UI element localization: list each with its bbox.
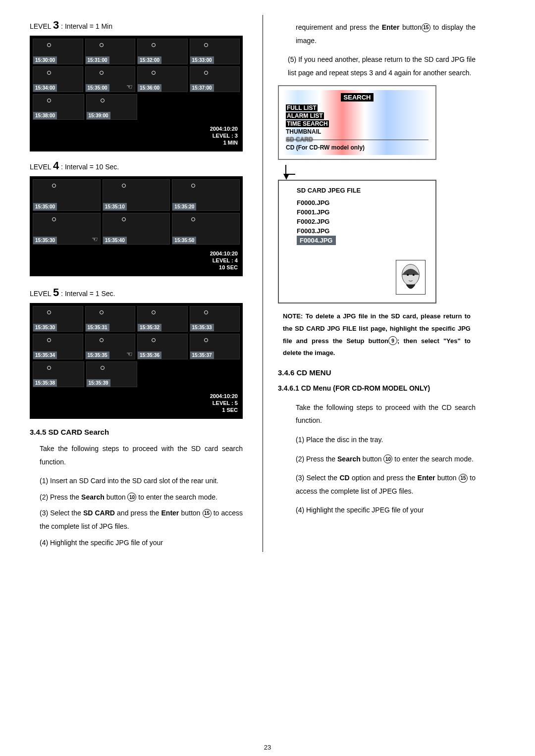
button-num-icon: 9 xyxy=(388,336,397,345)
step-text: to enter the search mode. xyxy=(136,493,217,501)
step-text: and press the xyxy=(115,509,161,517)
timestamp: 15:35:37 xyxy=(190,352,214,359)
step-text: option and press the xyxy=(350,474,418,482)
thumb-cell: 15:35:31 xyxy=(85,306,136,332)
thumb-cell: 15:35:50 xyxy=(172,213,240,245)
button-num-icon: 15 xyxy=(203,509,212,518)
timestamp: 15:33:00 xyxy=(190,56,214,64)
timestamp: 15:35:20 xyxy=(172,203,196,210)
timestamp: 15:35:00 xyxy=(33,203,57,210)
timestamp: 15:38:00 xyxy=(33,112,57,119)
level4-post: : Interval = 10 Sec. xyxy=(59,163,119,171)
step-5: (5) If you need another, please return t… xyxy=(278,53,476,79)
level5-num: 5 xyxy=(53,286,59,299)
arrow-down-icon xyxy=(285,165,295,175)
step-bold: Search xyxy=(337,455,361,463)
thumb-cell: 15:34:00 xyxy=(33,66,83,92)
level3-pre: LEVEL xyxy=(30,22,53,30)
button-num-icon: 15 xyxy=(459,474,468,483)
thumb-cell: 15:35:00 xyxy=(33,179,101,211)
sd-jpeg-box: SD CARD JPEG FILE F0000.JPG F0001.JPG F0… xyxy=(278,180,436,303)
menu-item-thumbnail: THUMBNAIL xyxy=(286,128,428,135)
timestamp: 15:35:32 xyxy=(138,324,161,331)
hand-cursor-icon: ☜ xyxy=(126,83,133,91)
thumb-cell: 15:35:30 xyxy=(33,306,83,332)
file-item: F0002.JPG xyxy=(297,218,429,225)
hand-cursor-icon: ☜ xyxy=(126,350,133,358)
level4-grid: 15:35:00 15:35:10 15:35:20 15:35:30☜ 15:… xyxy=(30,176,243,276)
file-list: F0000.JPG F0001.JPG F0002.JPG F0003.JPG … xyxy=(285,199,429,244)
cont-mid: button xyxy=(399,23,421,31)
cd-step-3: (3) Select the CD option and press the E… xyxy=(278,471,476,498)
thumb-cell: 15:37:00 xyxy=(190,66,240,92)
info-interval: 10 SEC xyxy=(35,264,238,270)
sd-search-steps: (1) Insert an SD Card into the SD card s… xyxy=(30,474,243,549)
thumb-cell: 15:35:36 xyxy=(137,334,188,359)
cd-sub-heading: 3.4.6.1 CD Menu (FOR CD-ROM MODEL ONLY) xyxy=(278,382,476,395)
thumb-cell: 15:35:39 xyxy=(86,361,138,387)
step-bold: Search xyxy=(81,493,105,501)
sd-box-title: SD CARD JPEG FILE xyxy=(285,187,429,194)
menu-item-time-search: TIME SEARCH xyxy=(286,120,428,127)
button-num-icon: 10 xyxy=(127,493,136,502)
info-date: 2004:10:20 xyxy=(35,126,238,132)
level4-num: 4 xyxy=(53,159,59,172)
page-number: 23 xyxy=(0,744,535,751)
menu-label: ALARM LIST xyxy=(286,112,324,119)
info-date: 2004:10:20 xyxy=(35,393,238,399)
info-interval: 1 MIN xyxy=(35,140,238,146)
level3-grid: 15:30:00 15:31:00 15:32:00 15:33:00 15:3… xyxy=(30,36,243,151)
timestamp: 15:35:31 xyxy=(86,324,109,331)
sd-search-heading: 3.4.5 SD CARD Search xyxy=(30,428,243,436)
file-item: F0000.JPG xyxy=(297,199,429,206)
step-text: If you need another, please return to th… xyxy=(288,55,476,77)
step-text: Press the xyxy=(50,493,81,501)
level3-title: LEVEL 3 : Interval = 1 Min xyxy=(30,19,243,32)
level5-grid: 15:35:30 15:35:31 15:35:32 15:35:33 15:3… xyxy=(30,303,243,419)
file-item: F0003.JPG xyxy=(297,227,429,235)
thumb-cell: 15:35:40 xyxy=(103,213,170,245)
level3-post: : Interval = 1 Min xyxy=(59,22,112,30)
timestamp: 15:39:00 xyxy=(87,112,110,119)
timestamp: 15:35:39 xyxy=(87,379,110,387)
thumb-cell: 15:35:37 xyxy=(190,334,240,359)
button-num-icon: 15 xyxy=(422,23,430,32)
timestamp: 15:32:00 xyxy=(138,56,161,64)
level5-pre: LEVEL xyxy=(30,290,53,298)
thumb-cell: 15:35:20 xyxy=(172,179,240,211)
thumb-cell: 15:36:00 xyxy=(137,66,188,92)
timestamp: 15:35:35 xyxy=(86,352,109,359)
timestamp: 15:35:00 xyxy=(86,84,109,92)
grid-info: 2004:10:20 LEVEL : 4 10 SEC xyxy=(30,248,243,276)
cont-bold: Enter xyxy=(382,23,400,31)
level5-post: : Interval = 1 Sec. xyxy=(59,290,115,298)
thumb-cell: 15:35:30☜ xyxy=(33,213,101,245)
timestamp: 15:35:38 xyxy=(33,379,57,387)
step-text: (2) Press the xyxy=(296,455,337,463)
timestamp: 15:35:36 xyxy=(138,352,161,359)
timestamp: 15:35:30 xyxy=(33,324,57,331)
step-bold: Enter xyxy=(161,509,179,517)
cd-step-2: (2) Press the Search button 10 to enter … xyxy=(278,453,476,466)
file-item-selected: F0004.JPG xyxy=(297,236,336,245)
sd-search-intro: Take the following steps to proceed with… xyxy=(30,442,243,468)
thumb-cell: 15:35:32 xyxy=(137,306,188,332)
step-text: button xyxy=(105,493,128,501)
timestamp: 15:35:40 xyxy=(103,237,127,244)
file-item: F0001.JPG xyxy=(297,208,429,216)
svg-point-0 xyxy=(402,264,420,286)
menu-item-sd-card: SD CARD xyxy=(286,136,428,143)
step-text: Highlight the specific JPG file of your xyxy=(50,539,163,547)
step-num: (1) xyxy=(40,477,48,485)
step-text: Select the xyxy=(50,509,83,517)
search-menu-title: SEARCH xyxy=(341,93,374,101)
step-4: (4) Highlight the specific JPG file of y… xyxy=(40,536,243,550)
timestamp: 15:35:50 xyxy=(172,237,196,244)
step-num: (5) xyxy=(288,55,296,63)
step-3: (3) Select the SD CARD and press the Ent… xyxy=(40,506,243,533)
thumb-cell: 15:39:00 xyxy=(86,94,138,120)
thumb-cell: 15:35:38 xyxy=(33,361,84,387)
menu-label: FULL LIST xyxy=(286,104,318,111)
cd-step-4: (4) Highlight the specific JPEG file of … xyxy=(278,504,476,517)
thumb-cell: 15:33:00 xyxy=(190,39,240,64)
